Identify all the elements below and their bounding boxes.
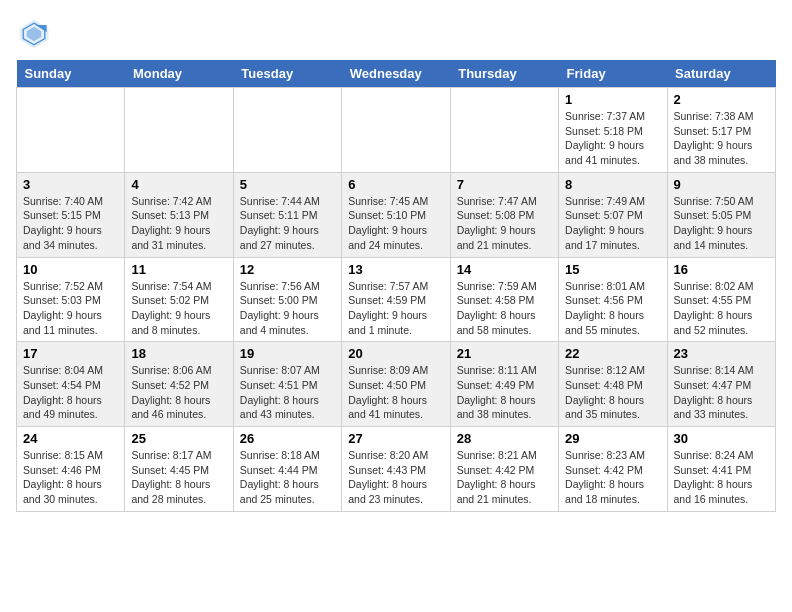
day-header-sunday: Sunday <box>17 60 125 88</box>
day-info: Sunrise: 7:38 AM Sunset: 5:17 PM Dayligh… <box>674 109 769 168</box>
day-header-tuesday: Tuesday <box>233 60 341 88</box>
day-info: Sunrise: 7:47 AM Sunset: 5:08 PM Dayligh… <box>457 194 552 253</box>
calendar-week-row: 10Sunrise: 7:52 AM Sunset: 5:03 PM Dayli… <box>17 257 776 342</box>
day-info: Sunrise: 8:04 AM Sunset: 4:54 PM Dayligh… <box>23 363 118 422</box>
day-info: Sunrise: 7:57 AM Sunset: 4:59 PM Dayligh… <box>348 279 443 338</box>
day-number: 1 <box>565 92 660 107</box>
day-info: Sunrise: 8:01 AM Sunset: 4:56 PM Dayligh… <box>565 279 660 338</box>
day-header-saturday: Saturday <box>667 60 775 88</box>
calendar-cell: 21Sunrise: 8:11 AM Sunset: 4:49 PM Dayli… <box>450 342 558 427</box>
day-number: 2 <box>674 92 769 107</box>
calendar-cell: 18Sunrise: 8:06 AM Sunset: 4:52 PM Dayli… <box>125 342 233 427</box>
day-info: Sunrise: 8:14 AM Sunset: 4:47 PM Dayligh… <box>674 363 769 422</box>
calendar-cell: 20Sunrise: 8:09 AM Sunset: 4:50 PM Dayli… <box>342 342 450 427</box>
day-number: 21 <box>457 346 552 361</box>
day-number: 8 <box>565 177 660 192</box>
calendar-cell: 9Sunrise: 7:50 AM Sunset: 5:05 PM Daylig… <box>667 172 775 257</box>
day-number: 15 <box>565 262 660 277</box>
calendar-cell: 16Sunrise: 8:02 AM Sunset: 4:55 PM Dayli… <box>667 257 775 342</box>
day-header-thursday: Thursday <box>450 60 558 88</box>
day-number: 10 <box>23 262 118 277</box>
day-info: Sunrise: 7:45 AM Sunset: 5:10 PM Dayligh… <box>348 194 443 253</box>
day-info: Sunrise: 7:44 AM Sunset: 5:11 PM Dayligh… <box>240 194 335 253</box>
calendar-cell: 2Sunrise: 7:38 AM Sunset: 5:17 PM Daylig… <box>667 88 775 173</box>
calendar-cell: 29Sunrise: 8:23 AM Sunset: 4:42 PM Dayli… <box>559 427 667 512</box>
day-info: Sunrise: 7:42 AM Sunset: 5:13 PM Dayligh… <box>131 194 226 253</box>
calendar-week-row: 24Sunrise: 8:15 AM Sunset: 4:46 PM Dayli… <box>17 427 776 512</box>
day-info: Sunrise: 8:09 AM Sunset: 4:50 PM Dayligh… <box>348 363 443 422</box>
day-number: 22 <box>565 346 660 361</box>
calendar-cell: 30Sunrise: 8:24 AM Sunset: 4:41 PM Dayli… <box>667 427 775 512</box>
calendar-cell: 10Sunrise: 7:52 AM Sunset: 5:03 PM Dayli… <box>17 257 125 342</box>
calendar-week-row: 17Sunrise: 8:04 AM Sunset: 4:54 PM Dayli… <box>17 342 776 427</box>
calendar-cell: 15Sunrise: 8:01 AM Sunset: 4:56 PM Dayli… <box>559 257 667 342</box>
day-info: Sunrise: 8:02 AM Sunset: 4:55 PM Dayligh… <box>674 279 769 338</box>
day-number: 16 <box>674 262 769 277</box>
calendar-cell: 28Sunrise: 8:21 AM Sunset: 4:42 PM Dayli… <box>450 427 558 512</box>
calendar-cell: 22Sunrise: 8:12 AM Sunset: 4:48 PM Dayli… <box>559 342 667 427</box>
calendar-cell <box>125 88 233 173</box>
day-info: Sunrise: 8:12 AM Sunset: 4:48 PM Dayligh… <box>565 363 660 422</box>
page-header <box>16 16 776 52</box>
calendar-week-row: 1Sunrise: 7:37 AM Sunset: 5:18 PM Daylig… <box>17 88 776 173</box>
day-number: 17 <box>23 346 118 361</box>
day-info: Sunrise: 7:50 AM Sunset: 5:05 PM Dayligh… <box>674 194 769 253</box>
calendar-cell: 23Sunrise: 8:14 AM Sunset: 4:47 PM Dayli… <box>667 342 775 427</box>
calendar-header-row: SundayMondayTuesdayWednesdayThursdayFrid… <box>17 60 776 88</box>
day-info: Sunrise: 8:07 AM Sunset: 4:51 PM Dayligh… <box>240 363 335 422</box>
calendar-cell: 19Sunrise: 8:07 AM Sunset: 4:51 PM Dayli… <box>233 342 341 427</box>
calendar-cell: 24Sunrise: 8:15 AM Sunset: 4:46 PM Dayli… <box>17 427 125 512</box>
day-number: 14 <box>457 262 552 277</box>
logo <box>16 16 56 52</box>
day-number: 4 <box>131 177 226 192</box>
day-info: Sunrise: 8:15 AM Sunset: 4:46 PM Dayligh… <box>23 448 118 507</box>
calendar-cell <box>17 88 125 173</box>
day-number: 6 <box>348 177 443 192</box>
day-header-wednesday: Wednesday <box>342 60 450 88</box>
calendar-cell <box>233 88 341 173</box>
calendar-cell <box>342 88 450 173</box>
day-header-friday: Friday <box>559 60 667 88</box>
calendar-cell: 5Sunrise: 7:44 AM Sunset: 5:11 PM Daylig… <box>233 172 341 257</box>
day-info: Sunrise: 8:18 AM Sunset: 4:44 PM Dayligh… <box>240 448 335 507</box>
day-number: 30 <box>674 431 769 446</box>
day-info: Sunrise: 8:06 AM Sunset: 4:52 PM Dayligh… <box>131 363 226 422</box>
calendar-cell: 1Sunrise: 7:37 AM Sunset: 5:18 PM Daylig… <box>559 88 667 173</box>
calendar-cell: 25Sunrise: 8:17 AM Sunset: 4:45 PM Dayli… <box>125 427 233 512</box>
day-info: Sunrise: 8:20 AM Sunset: 4:43 PM Dayligh… <box>348 448 443 507</box>
calendar-cell: 14Sunrise: 7:59 AM Sunset: 4:58 PM Dayli… <box>450 257 558 342</box>
calendar-table: SundayMondayTuesdayWednesdayThursdayFrid… <box>16 60 776 512</box>
day-number: 24 <box>23 431 118 446</box>
calendar-cell: 8Sunrise: 7:49 AM Sunset: 5:07 PM Daylig… <box>559 172 667 257</box>
day-number: 9 <box>674 177 769 192</box>
day-number: 25 <box>131 431 226 446</box>
day-number: 5 <box>240 177 335 192</box>
day-info: Sunrise: 7:59 AM Sunset: 4:58 PM Dayligh… <box>457 279 552 338</box>
day-info: Sunrise: 7:37 AM Sunset: 5:18 PM Dayligh… <box>565 109 660 168</box>
day-number: 13 <box>348 262 443 277</box>
calendar-cell: 7Sunrise: 7:47 AM Sunset: 5:08 PM Daylig… <box>450 172 558 257</box>
day-info: Sunrise: 7:40 AM Sunset: 5:15 PM Dayligh… <box>23 194 118 253</box>
calendar-cell: 6Sunrise: 7:45 AM Sunset: 5:10 PM Daylig… <box>342 172 450 257</box>
day-number: 27 <box>348 431 443 446</box>
day-info: Sunrise: 8:24 AM Sunset: 4:41 PM Dayligh… <box>674 448 769 507</box>
day-header-monday: Monday <box>125 60 233 88</box>
calendar-cell: 26Sunrise: 8:18 AM Sunset: 4:44 PM Dayli… <box>233 427 341 512</box>
calendar-cell: 13Sunrise: 7:57 AM Sunset: 4:59 PM Dayli… <box>342 257 450 342</box>
day-number: 20 <box>348 346 443 361</box>
calendar-week-row: 3Sunrise: 7:40 AM Sunset: 5:15 PM Daylig… <box>17 172 776 257</box>
day-info: Sunrise: 7:54 AM Sunset: 5:02 PM Dayligh… <box>131 279 226 338</box>
day-number: 18 <box>131 346 226 361</box>
day-info: Sunrise: 7:52 AM Sunset: 5:03 PM Dayligh… <box>23 279 118 338</box>
day-info: Sunrise: 7:56 AM Sunset: 5:00 PM Dayligh… <box>240 279 335 338</box>
day-info: Sunrise: 8:21 AM Sunset: 4:42 PM Dayligh… <box>457 448 552 507</box>
day-info: Sunrise: 8:11 AM Sunset: 4:49 PM Dayligh… <box>457 363 552 422</box>
calendar-cell: 17Sunrise: 8:04 AM Sunset: 4:54 PM Dayli… <box>17 342 125 427</box>
calendar-cell: 3Sunrise: 7:40 AM Sunset: 5:15 PM Daylig… <box>17 172 125 257</box>
calendar-cell: 12Sunrise: 7:56 AM Sunset: 5:00 PM Dayli… <box>233 257 341 342</box>
day-number: 7 <box>457 177 552 192</box>
calendar-cell: 4Sunrise: 7:42 AM Sunset: 5:13 PM Daylig… <box>125 172 233 257</box>
calendar-cell <box>450 88 558 173</box>
day-number: 23 <box>674 346 769 361</box>
day-number: 26 <box>240 431 335 446</box>
